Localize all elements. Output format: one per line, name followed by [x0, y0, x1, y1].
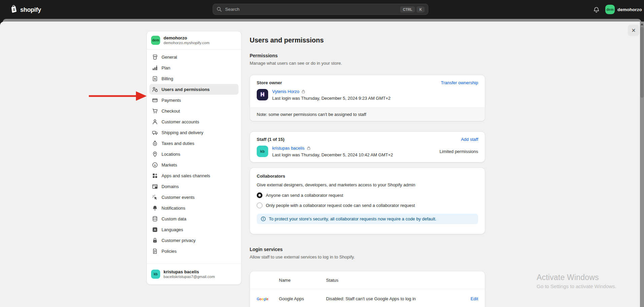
customer-accounts-icon	[152, 119, 158, 125]
staff-name-link[interactable]: kristupas bacelis	[272, 146, 393, 151]
sidebar-item-languages[interactable]: ALanguages	[149, 224, 239, 235]
lock-icon	[301, 89, 306, 94]
sidebar-item-label: Notifications	[162, 206, 185, 211]
settings-nav: GeneralPlan$BillingUsers and permissions…	[147, 50, 241, 256]
svg-text:A: A	[154, 228, 156, 231]
notifications-bell-icon	[152, 205, 158, 211]
sidebar-item-locations[interactable]: Locations	[149, 149, 239, 159]
languages-icon: A	[152, 226, 158, 233]
domains-icon	[152, 183, 158, 190]
staff-last-login: Last login was Thursday, December 5, 202…	[272, 152, 393, 157]
store-owner-heading: Store owner	[257, 80, 282, 85]
shipping-truck-icon	[152, 129, 158, 136]
sidebar-item-label: General	[162, 55, 177, 60]
location-pin-icon	[152, 151, 158, 157]
add-staff-link[interactable]: Add staff	[461, 137, 478, 142]
sidebar-item-custom-data[interactable]: Custom data	[149, 213, 239, 224]
sidebar-item-label: Locations	[162, 152, 180, 157]
plan-icon	[152, 65, 158, 71]
account-avatar: dem	[605, 5, 615, 14]
users-permissions-icon	[152, 86, 158, 93]
sidebar-item-label: Payments	[162, 98, 181, 103]
sidebar-item-notifications[interactable]: Notifications	[149, 203, 239, 213]
sidebar-item-label: Custom data	[162, 216, 186, 221]
screen: S shopify Search CTRL K dem d	[0, 0, 644, 307]
collaborators-info-banner: To protect your store's security, all co…	[257, 214, 478, 224]
scrollbar-up-arrow-icon[interactable]	[641, 23, 643, 25]
sidebar-item-payments[interactable]: Payments	[149, 95, 239, 105]
sidebar-item-general[interactable]: General	[149, 52, 239, 62]
owner-note: Note: some owner permissions can't be as…	[250, 108, 485, 121]
login-col-status: Status	[326, 278, 461, 283]
sidebar-item-label: Billing	[162, 76, 173, 81]
svg-text:S: S	[12, 7, 15, 11]
radio-label: Anyone can send a collaborator request	[266, 193, 343, 198]
sidebar-user[interactable]: kb kristupas bacelis baceliskristupas7@g…	[147, 264, 241, 284]
sidebar-item-label: Users and permissions	[162, 87, 210, 92]
close-button[interactable]: ✕	[628, 25, 639, 36]
sidebar-item-apps-and-sales-channels[interactable]: Apps and sales channels	[149, 170, 239, 181]
sidebar-item-taxes-and-duties[interactable]: Taxes and duties	[149, 138, 239, 149]
store-header[interactable]: dem demohorzo demohorzo.myshopify.com	[147, 31, 241, 50]
sidebar-item-label: Plan	[162, 65, 170, 70]
scrollbar-thumb[interactable]	[640, 27, 644, 98]
shortcut-key-k: K	[417, 6, 425, 12]
sidebar-item-label: Languages	[162, 227, 183, 232]
svg-text:$: $	[154, 163, 156, 166]
collaborators-description: Give external designers, developers, and…	[257, 182, 478, 187]
store-domain: demohorzo.myshopify.com	[164, 40, 210, 45]
sidebar-item-shipping-and-delivery[interactable]: Shipping and delivery	[149, 127, 239, 138]
login-services-description: Allow staff to use external services to …	[250, 254, 355, 259]
sidebar-item-users-and-permissions[interactable]: Users and permissions	[149, 84, 239, 95]
shopify-wordmark: shopify	[20, 6, 41, 13]
store-avatar: dem	[151, 36, 160, 45]
sidebar-item-customer-accounts[interactable]: Customer accounts	[149, 116, 239, 127]
markets-globe-icon: $	[152, 162, 158, 168]
staff-permissions-label: Limited permissions	[439, 149, 478, 154]
owner-name-link[interactable]: Vytenis Horzo	[272, 89, 391, 94]
user-email: baceliskristupas7@gmail.com	[164, 274, 215, 279]
sidebar-item-checkout[interactable]: Checkout	[149, 105, 239, 116]
notifications-bell-button[interactable]	[592, 6, 600, 14]
topbar: S shopify Search CTRL K dem d	[0, 0, 644, 19]
collaborators-heading: Collaborators	[257, 174, 285, 179]
google-logo: Google	[257, 296, 279, 301]
sidebar-item-customer-events[interactable]: Customer events	[149, 192, 239, 203]
radio-unselected[interactable]	[257, 203, 262, 208]
sidebar-item-domains[interactable]: Domains	[149, 181, 239, 192]
vertical-scrollbar[interactable]	[640, 22, 644, 307]
custom-data-icon	[152, 216, 158, 222]
search-placeholder: Search	[225, 7, 398, 12]
radio-selected[interactable]	[257, 192, 262, 198]
privacy-lock-icon	[152, 237, 158, 244]
sidebar-item-label: Policies	[162, 249, 177, 254]
store-icon	[152, 54, 158, 60]
edit-service-link[interactable]: Edit	[461, 296, 478, 301]
transfer-ownership-link[interactable]: Transfer ownership	[441, 80, 478, 85]
search-input[interactable]: Search CTRL K	[213, 4, 428, 15]
sidebar-item-label: Domains	[162, 184, 179, 189]
staff-card: Staff (1 of 15) Add staff kb kristupas b…	[250, 131, 485, 162]
policies-doc-icon	[152, 248, 158, 254]
shopify-logo[interactable]: S shopify	[9, 4, 41, 16]
sidebar-item-billing[interactable]: $Billing	[149, 73, 239, 84]
account-menu[interactable]: dem demohorzo	[605, 5, 642, 14]
radio-option-anyone-can-send-a-collaborator[interactable]: Anyone can send a collaborator request	[257, 192, 478, 198]
radio-option-only-people-with-a-collaborato[interactable]: Only people with a collaborator request …	[257, 203, 478, 208]
login-service-row: GoogleGoogle AppsDisabled: Staff can't u…	[250, 289, 485, 307]
svg-text:$: $	[154, 77, 156, 80]
sidebar-item-label: Apps and sales channels	[162, 173, 210, 178]
sidebar-item-markets[interactable]: $Markets	[149, 159, 239, 170]
account-name: demohorzo	[617, 7, 642, 12]
taxes-icon	[152, 140, 158, 147]
checkout-cart-icon	[152, 108, 158, 114]
info-icon	[261, 216, 266, 221]
sidebar-item-policies[interactable]: Policies	[149, 246, 239, 256]
staff-heading: Staff (1 of 15)	[257, 137, 284, 142]
sidebar-item-customer-privacy[interactable]: Customer privacy	[149, 235, 239, 246]
shopify-bag-icon: S	[9, 4, 18, 16]
user-avatar: kb	[151, 270, 160, 279]
payments-icon	[152, 97, 158, 103]
collaborator-options: Anyone can send a collaborator requestOn…	[257, 192, 478, 208]
sidebar-item-plan[interactable]: Plan	[149, 62, 239, 73]
